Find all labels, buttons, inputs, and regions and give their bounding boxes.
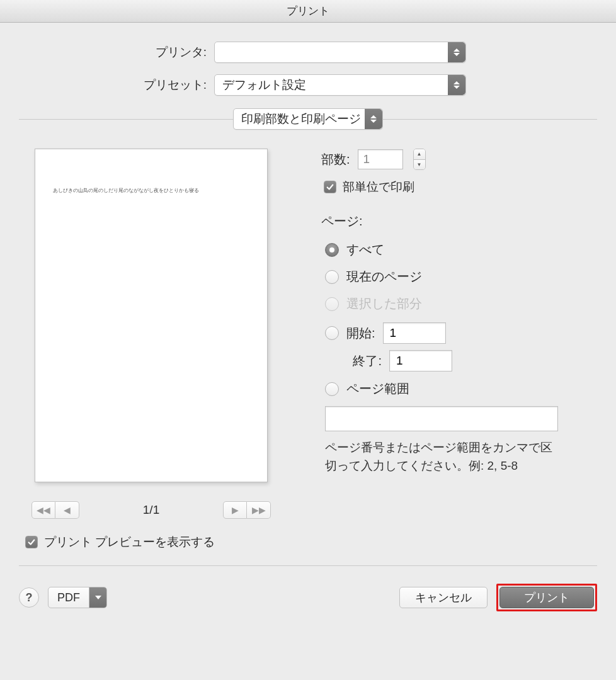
pages-current-radio[interactable] bbox=[325, 270, 339, 284]
pages-all-label: すべて bbox=[346, 241, 384, 258]
pages-range-label: ページ範囲 bbox=[346, 380, 409, 397]
printer-row: プリンタ: bbox=[19, 42, 597, 63]
copies-stepper[interactable]: ▲ ▼ bbox=[413, 149, 426, 170]
updown-icon bbox=[365, 109, 382, 129]
last-page-button[interactable]: ▶▶ bbox=[247, 501, 271, 519]
next-group: ▶ ▶▶ bbox=[223, 501, 271, 519]
pages-range-input[interactable] bbox=[325, 406, 558, 431]
prev-group: ◀◀ ◀ bbox=[31, 501, 79, 519]
cancel-button[interactable]: キャンセル bbox=[399, 587, 488, 608]
page-indicator: 1/1 bbox=[88, 503, 214, 517]
dialog-content: プリンタ: プリセット: デフォルト設定 印刷部数と印刷ページ あしびきの山鳥の… bbox=[0, 23, 616, 584]
pages-label: ページ: bbox=[321, 213, 597, 230]
copies-input[interactable] bbox=[358, 149, 403, 169]
page-preview: あしびきの山鳥の尾のしだり尾のながながし夜をひとりかも寝る bbox=[35, 149, 268, 482]
pages-selection-label: 選択した部分 bbox=[346, 295, 422, 312]
updown-icon bbox=[448, 75, 465, 95]
chevron-down-icon bbox=[89, 587, 106, 608]
pages-from-radio[interactable] bbox=[325, 326, 339, 340]
pages-selection-radio bbox=[325, 297, 339, 311]
stepper-up-icon[interactable]: ▲ bbox=[414, 149, 425, 160]
collate-label: 部単位で印刷 bbox=[343, 179, 414, 195]
pages-range-hint: ページ番号またはページ範囲をカンマで区切って入力してください。例: 2, 5-8 bbox=[325, 439, 558, 475]
preset-select[interactable]: デフォルト設定 bbox=[214, 74, 466, 96]
prev-page-button[interactable]: ◀ bbox=[55, 501, 79, 519]
copies-row: 部数: ▲ ▼ bbox=[321, 149, 597, 170]
show-preview-checkbox[interactable] bbox=[25, 536, 38, 548]
pages-all-radio[interactable] bbox=[325, 243, 339, 257]
pages-selection-row: 選択した部分 bbox=[325, 295, 597, 312]
pages-from-label: 開始: bbox=[346, 325, 375, 342]
window-title: プリント bbox=[287, 4, 329, 18]
updown-icon bbox=[448, 42, 465, 62]
printer-select[interactable] bbox=[214, 42, 466, 63]
main-area: あしびきの山鳥の尾のしだり尾のながながし夜をひとりかも寝る ◀◀ ◀ 1/1 ▶… bbox=[19, 149, 597, 550]
category-value: 印刷部数と印刷ページ bbox=[241, 111, 361, 127]
pages-current-label: 現在のページ bbox=[346, 268, 422, 285]
collate-checkbox[interactable] bbox=[324, 181, 336, 193]
print-button-highlight: プリント bbox=[496, 584, 597, 611]
printer-label: プリンタ: bbox=[19, 44, 214, 60]
next-page-button[interactable]: ▶ bbox=[223, 501, 247, 519]
preview-column: あしびきの山鳥の尾のしだり尾のながながし夜をひとりかも寝る ◀◀ ◀ 1/1 ▶… bbox=[19, 149, 283, 550]
pdf-menu-button[interactable]: PDF bbox=[48, 587, 107, 608]
pages-options: すべて 現在のページ 選択した部分 開始: 終了: bbox=[325, 241, 597, 475]
footer: ? PDF キャンセル プリント bbox=[0, 584, 616, 630]
preset-value: デフォルト設定 bbox=[222, 77, 306, 93]
first-page-button[interactable]: ◀◀ bbox=[31, 501, 55, 519]
category-row: 印刷部数と印刷ページ bbox=[19, 108, 597, 130]
pages-to-wrap: 終了: bbox=[346, 350, 597, 371]
copies-label: 部数: bbox=[321, 151, 350, 168]
pages-current-row: 現在のページ bbox=[325, 268, 597, 285]
pdf-label: PDF bbox=[48, 591, 89, 604]
show-preview-row: プリント プレビューを表示する bbox=[25, 534, 215, 550]
collate-row: 部単位で印刷 bbox=[324, 179, 597, 195]
pages-from-row: 開始: bbox=[325, 322, 597, 344]
pages-from-input[interactable] bbox=[383, 322, 446, 344]
pages-range-row: ページ範囲 bbox=[325, 380, 597, 397]
options-column: 部数: ▲ ▼ 部単位で印刷 ページ: すべて bbox=[321, 149, 597, 550]
print-button[interactable]: プリント bbox=[499, 587, 594, 608]
window-titlebar: プリント bbox=[0, 0, 616, 23]
cancel-label: キャンセル bbox=[415, 590, 472, 605]
stepper-down-icon[interactable]: ▼ bbox=[414, 160, 425, 170]
preview-pager: ◀◀ ◀ 1/1 ▶ ▶▶ bbox=[19, 501, 283, 519]
category-select[interactable]: 印刷部数と印刷ページ bbox=[233, 108, 383, 130]
preview-sample-text: あしびきの山鳥の尾のしだり尾のながながし夜をひとりかも寝る bbox=[53, 187, 249, 194]
footer-divider bbox=[19, 565, 597, 566]
check-icon bbox=[326, 183, 334, 191]
pages-all-row: すべて bbox=[325, 241, 597, 258]
pages-to-label: 終了: bbox=[346, 353, 382, 370]
help-button[interactable]: ? bbox=[19, 587, 39, 608]
preset-row: プリセット: デフォルト設定 bbox=[19, 74, 597, 96]
preset-label: プリセット: bbox=[19, 77, 214, 93]
question-icon: ? bbox=[26, 591, 33, 604]
check-icon bbox=[27, 538, 36, 547]
pages-to-input[interactable] bbox=[389, 350, 452, 371]
print-label: プリント bbox=[524, 590, 569, 605]
show-preview-label: プリント プレビューを表示する bbox=[44, 534, 215, 550]
pages-range-radio[interactable] bbox=[325, 382, 339, 396]
pages-to-row: 終了: bbox=[346, 350, 597, 371]
